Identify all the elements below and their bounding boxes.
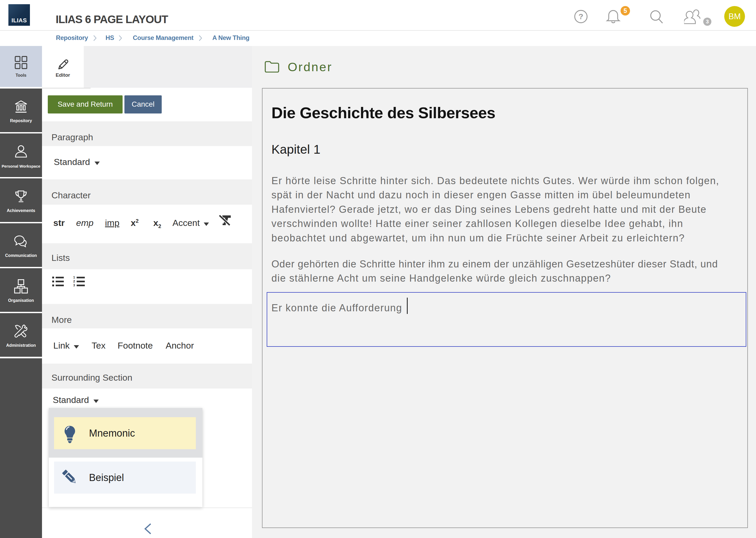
- svg-text:3: 3: [73, 284, 75, 287]
- svg-text:1: 1: [73, 276, 75, 279]
- svg-text:2: 2: [73, 280, 75, 283]
- svg-text:?: ?: [579, 12, 583, 21]
